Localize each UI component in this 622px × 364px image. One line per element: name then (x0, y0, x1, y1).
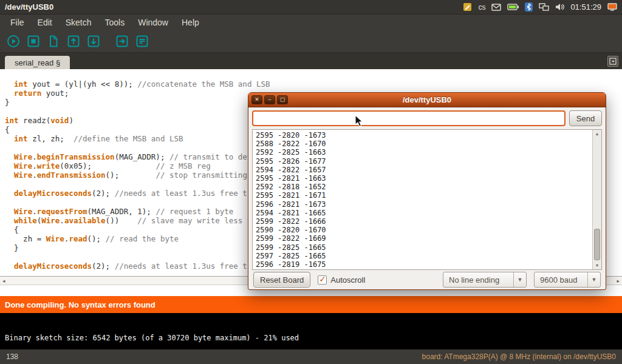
autoscroll-control[interactable]: Autoscroll (318, 275, 365, 285)
upload-button[interactable] (114, 33, 131, 50)
stop-button[interactable] (25, 33, 42, 50)
serial-output-panel: 2595 -2820 -1673 2588 -2822 -1670 2592 -… (252, 129, 602, 270)
mail-icon[interactable] (491, 4, 501, 11)
menu-item-help[interactable]: Help (175, 15, 206, 30)
console: Binary sketch size: 6542 bytes (of a 307… (0, 313, 622, 349)
serial-bottom-bar: Reset Board Autoscroll No line ending ▼ … (248, 270, 606, 289)
autoscroll-checkbox[interactable] (318, 275, 327, 285)
battery-icon[interactable] (507, 4, 519, 10)
menu-item-sketch[interactable]: Sketch (59, 15, 98, 30)
serial-monitor-window: ✕ − ▢ /dev/ttyUSB0 Send 2595 -2820 -1673… (248, 92, 606, 290)
send-button[interactable]: Send (569, 110, 602, 126)
line-number: 138 (6, 352, 18, 361)
reset-board-button[interactable]: Reset Board (253, 272, 310, 288)
top-panel: /dev/ttyUSB0 cs 01:51:29 (0, 0, 622, 15)
serial-scrollbar[interactable]: ▲ ▼ (592, 130, 601, 269)
scroll-left-icon[interactable]: ◂ (2, 278, 5, 284)
serial-window-title: /dev/ttyUSB0 (248, 95, 606, 104)
line-ending-select[interactable]: No line ending ▼ (443, 272, 527, 288)
status-bar: Done compiling. No syntax errors found (0, 296, 622, 313)
autoscroll-label: Autoscroll (330, 275, 365, 285)
chevron-down-icon[interactable]: ▼ (513, 272, 526, 287)
volume-icon[interactable] (555, 3, 564, 11)
tab-menu-button[interactable] (607, 56, 618, 67)
open-button[interactable] (65, 33, 82, 50)
tab-label: serial_read § (15, 58, 60, 67)
scroll-down-icon[interactable]: ▼ (593, 261, 601, 269)
chevron-down-icon[interactable]: ▼ (587, 272, 600, 287)
clock[interactable]: 01:51:29 (570, 2, 601, 12)
serial-output[interactable]: 2595 -2820 -1673 2588 -2822 -1670 2592 -… (253, 130, 592, 269)
mouse-cursor (355, 115, 363, 127)
console-text: Binary sketch size: 6542 bytes (of a 307… (5, 334, 622, 342)
baud-rate-select[interactable]: 9600 baud ▼ (534, 272, 601, 288)
menu-item-tools[interactable]: Tools (98, 15, 132, 30)
session-icon[interactable] (607, 3, 617, 11)
scroll-up-icon[interactable]: ▲ (593, 130, 601, 138)
tab-serial-read[interactable]: serial_read § (5, 56, 70, 69)
line-ending-value: No line ending (443, 272, 513, 287)
scroll-right-icon[interactable]: ▸ (617, 278, 620, 284)
board-info: board: ATmega328P(A) @ 8 MHz (internal) … (422, 352, 616, 361)
serial-monitor-titlebar[interactable]: ✕ − ▢ /dev/ttyUSB0 (248, 93, 606, 107)
system-tray: cs 01:51:29 (463, 2, 617, 12)
menu-item-file[interactable]: File (4, 15, 31, 30)
menu-item-edit[interactable]: Edit (31, 15, 59, 30)
network-icon[interactable] (539, 3, 549, 11)
close-icon[interactable]: ✕ (251, 95, 262, 104)
serial-monitor-button[interactable] (134, 33, 151, 50)
minimize-icon[interactable]: − (264, 95, 275, 104)
maximize-icon[interactable]: ▢ (277, 95, 288, 104)
save-button[interactable] (85, 33, 102, 50)
verify-button[interactable] (5, 33, 22, 50)
status-message: Done compiling. No syntax errors found (5, 300, 156, 309)
new-sketch-button[interactable] (45, 33, 62, 50)
serial-send-input[interactable] (252, 110, 566, 126)
keyboard-layout-indicator[interactable]: cs (478, 3, 485, 12)
tab-bar: serial_read § (0, 53, 622, 69)
menu-item-window[interactable]: Window (131, 15, 175, 30)
toolbar (0, 30, 622, 53)
code-line: int yout = (yl|(yh << 8)); //concatenate… (5, 79, 622, 89)
menu-bar: FileEditSketchToolsWindowHelp (0, 15, 622, 30)
footer: 138 board: ATmega328P(A) @ 8 MHz (intern… (0, 349, 622, 364)
serial-input-row: Send (248, 107, 606, 129)
panel-window-title: /dev/ttyUSB0 (5, 2, 53, 12)
bluetooth-icon[interactable] (525, 2, 533, 12)
scrollbar-thumb[interactable] (594, 229, 600, 260)
notes-icon[interactable] (463, 2, 472, 12)
baud-rate-value: 9600 baud (535, 272, 587, 287)
